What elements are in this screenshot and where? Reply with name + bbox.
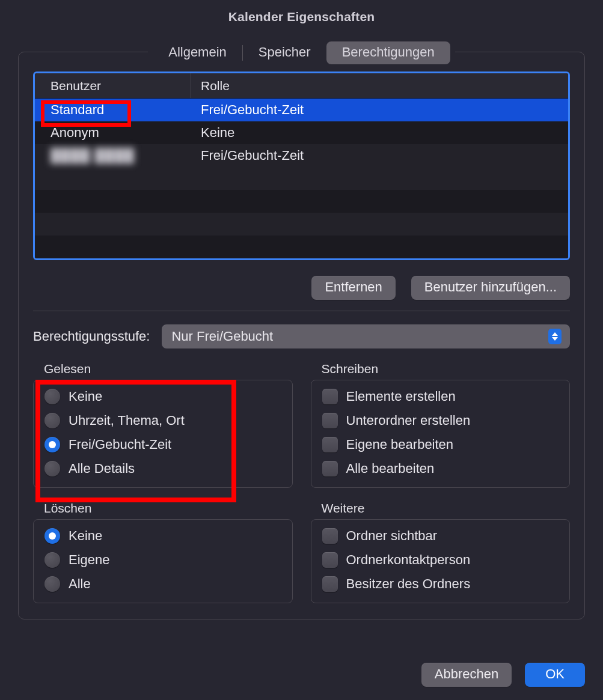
option-label: Keine	[69, 389, 102, 404]
section-divider	[33, 311, 570, 311]
option-label: Ordner sichtbar	[346, 528, 438, 544]
dialog-title: Kalender Eigenschaften	[0, 0, 603, 34]
radio-icon	[44, 461, 60, 476]
tab-general[interactable]: Allgemein	[153, 41, 242, 64]
option-label: Eigene bearbeiten	[346, 437, 454, 452]
radio-icon	[44, 413, 60, 428]
radio-icon	[44, 576, 60, 592]
check-folder-visible[interactable]: Ordner sichtbar	[322, 528, 560, 544]
table-actions: Entfernen Benutzer hinzufügen...	[33, 276, 570, 300]
option-label: Keine	[69, 528, 102, 544]
dialog-window: Kalender Eigenschaften Allgemein Speiche…	[0, 0, 603, 700]
check-edit-own[interactable]: Eigene bearbeiten	[322, 437, 560, 452]
group-other: Weitere Ordner sichtbar Ordnerkontaktper…	[311, 501, 571, 603]
option-label: Besitzer des Ordners	[346, 576, 471, 592]
radio-delete-own[interactable]: Eigene	[44, 552, 283, 568]
col-user-header: Benutzer	[35, 73, 191, 98]
checkbox-icon	[322, 389, 338, 404]
option-label: Frei/Gebucht-Zeit	[69, 437, 171, 452]
checkbox-icon	[322, 576, 338, 592]
group-read-title: Gelesen	[33, 362, 293, 376]
radio-icon	[44, 528, 60, 544]
permission-level-row: Berechtigungsstufe: Nur Frei/Gebucht	[33, 324, 570, 348]
table-row[interactable]: ████ ████ Frei/Gebucht-Zeit	[35, 144, 568, 167]
col-role-header: Rolle	[191, 79, 568, 93]
checkbox-icon	[322, 437, 338, 452]
table-row[interactable]	[35, 167, 568, 190]
cancel-button[interactable]: Abbrechen	[421, 663, 512, 687]
checkbox-icon	[322, 552, 338, 568]
table-row[interactable]: Anonym Keine	[35, 121, 568, 144]
option-label: Alle	[69, 576, 91, 592]
dialog-footer: Abbrechen OK	[421, 663, 585, 687]
group-write: Schreiben Elemente erstellen Unterordner…	[311, 362, 571, 488]
remove-button[interactable]: Entfernen	[311, 276, 395, 300]
group-delete: Löschen Keine Eigene Alle	[33, 501, 293, 603]
option-label: Eigene	[69, 552, 110, 568]
option-label: Ordnerkontaktperson	[346, 552, 471, 568]
checkbox-icon	[322, 461, 338, 476]
radio-read-none[interactable]: Keine	[44, 389, 283, 404]
group-read: Gelesen Keine Uhrzeit, Thema, Ort Frei/G…	[33, 362, 293, 488]
option-label: Unterordner erstellen	[346, 413, 471, 428]
check-create-subfolders[interactable]: Unterordner erstellen	[322, 413, 560, 428]
checkbox-icon	[322, 413, 338, 428]
role-cell: Frei/Gebucht-Zeit	[191, 102, 568, 118]
tab-bar: Allgemein Speicher Berechtigungen	[148, 41, 455, 64]
users-table[interactable]: Benutzer Rolle Standard Frei/Gebucht-Zei…	[33, 72, 570, 260]
user-cell: ████ ████	[51, 148, 135, 163]
radio-icon	[44, 552, 60, 568]
radio-delete-all[interactable]: Alle	[44, 576, 283, 592]
table-row[interactable]	[35, 213, 568, 236]
tab-storage[interactable]: Speicher	[243, 41, 326, 64]
table-header: Benutzer Rolle	[35, 73, 568, 99]
permissions-grid: Gelesen Keine Uhrzeit, Thema, Ort Frei/G…	[33, 362, 570, 603]
radio-delete-none[interactable]: Keine	[44, 528, 283, 544]
group-other-title: Weitere	[311, 501, 571, 516]
option-label: Alle bearbeiten	[346, 461, 435, 476]
chevron-up-down-icon	[548, 329, 562, 344]
radio-icon	[44, 437, 60, 452]
check-edit-all[interactable]: Alle bearbeiten	[322, 461, 560, 476]
tab-permissions[interactable]: Berechtigungen	[326, 41, 450, 64]
radio-read-freebusy[interactable]: Frei/Gebucht-Zeit	[44, 437, 283, 452]
table-row[interactable]	[35, 236, 568, 258]
permission-level-label: Berechtigungsstufe:	[33, 329, 150, 344]
permission-level-value: Nur Frei/Gebucht	[171, 329, 273, 344]
role-cell: Keine	[191, 125, 568, 141]
table-row[interactable]	[35, 190, 568, 213]
table-row[interactable]: Standard Frei/Gebucht-Zeit	[35, 99, 568, 121]
role-cell: Frei/Gebucht-Zeit	[191, 148, 568, 163]
option-label: Uhrzeit, Thema, Ort	[69, 413, 185, 428]
ok-button[interactable]: OK	[525, 663, 585, 687]
option-label: Alle Details	[69, 461, 135, 476]
panel-permissions: Allgemein Speicher Berechtigungen Benutz…	[18, 52, 585, 619]
group-delete-title: Löschen	[33, 501, 293, 516]
radio-read-time-subject-location[interactable]: Uhrzeit, Thema, Ort	[44, 413, 283, 428]
user-cell: Standard	[51, 102, 104, 117]
option-label: Elemente erstellen	[346, 389, 456, 404]
check-folder-owner[interactable]: Besitzer des Ordners	[322, 576, 560, 592]
permission-level-select[interactable]: Nur Frei/Gebucht	[162, 324, 570, 348]
svg-marker-1	[552, 337, 558, 341]
check-folder-contact[interactable]: Ordnerkontaktperson	[322, 552, 560, 568]
user-cell: Anonym	[51, 125, 99, 140]
checkbox-icon	[322, 528, 338, 544]
table-body: Standard Frei/Gebucht-Zeit Anonym Keine …	[35, 99, 568, 258]
svg-marker-0	[552, 332, 558, 336]
add-user-button[interactable]: Benutzer hinzufügen...	[411, 276, 570, 300]
group-write-title: Schreiben	[311, 362, 571, 376]
radio-read-all-details[interactable]: Alle Details	[44, 461, 283, 476]
radio-icon	[44, 389, 60, 404]
check-create-items[interactable]: Elemente erstellen	[322, 389, 560, 404]
